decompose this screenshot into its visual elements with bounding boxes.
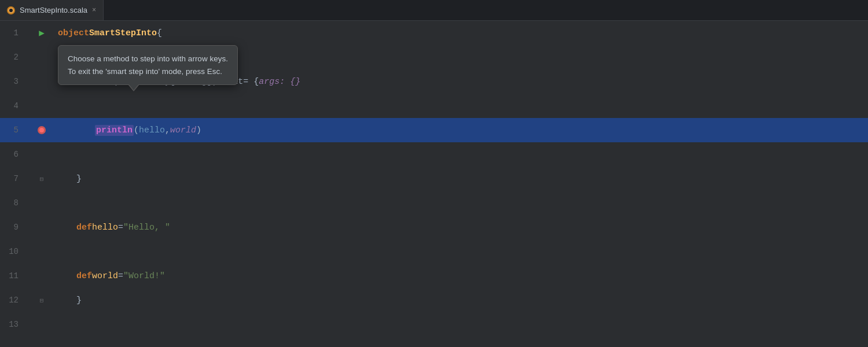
code-content: println(hello, world) [56,125,868,136]
code-line: 13 [0,312,868,337]
line-gutter: ⊟ [28,297,56,304]
code-content: } [56,174,868,184]
code-line: 8 [0,191,868,215]
line-number: 12 [0,296,28,305]
line-gutter: ⊟ [28,175,56,183]
code-content: def hello = "Hello, " [56,223,868,232]
code-line: 6 [0,142,868,167]
line-gutter: ▶ [28,27,56,39]
line-number: 2 [0,53,28,62]
run-arrow-icon[interactable]: ▶ [39,27,45,39]
code-line: 12⊟} [0,288,868,312]
tab-bar: SmartStepInto.scala × [0,0,868,21]
code-line: 4 [0,94,868,118]
line-number: 6 [0,150,28,159]
code-editor: 1▶object SmartStepInto {23def main(args:… [0,21,868,347]
tooltip-line2: To exit the 'smart step into' mode, pres… [68,67,222,76]
smart-step-tooltip: Choose a method to step into with arrow … [58,45,238,85]
code-line: 1▶object SmartStepInto { [0,21,868,45]
tab-close-button[interactable]: × [92,7,96,14]
line-number: 7 [0,174,28,183]
line-number: 13 [0,320,28,329]
code-line: 9def hello = "Hello, " [0,215,868,239]
line-number: 4 [0,101,28,110]
tooltip-text: Choose a method to step into with arrow … [68,53,228,77]
code-line: 10 [0,239,868,264]
code-line: 11def world = "World!" [0,264,868,288]
breakpoint-icon[interactable] [38,126,46,134]
line-number: 1 [0,28,28,38]
fold-icon[interactable]: ⊟ [40,297,44,304]
code-content: } [56,296,868,305]
line-number: 5 [0,125,28,135]
line-number: 10 [0,247,28,256]
scala-icon [7,6,15,14]
tooltip-line1: Choose a method to step into with arrow … [68,54,228,63]
code-content: def world = "World!" [56,271,868,281]
tab-smartstepinto[interactable]: SmartStepInto.scala × [0,0,104,20]
line-number: 11 [0,271,28,280]
tab-filename: SmartStepInto.scala [20,6,87,14]
line-number: 9 [0,223,28,232]
line-number: 8 [0,198,28,208]
line-gutter [28,126,56,134]
code-content: object SmartStepInto { [56,28,868,38]
code-line: 7⊟} [0,167,868,191]
fold-icon[interactable]: ⊟ [40,175,44,183]
line-number: 3 [0,77,28,86]
code-line: 5println(hello, world) [0,118,868,142]
